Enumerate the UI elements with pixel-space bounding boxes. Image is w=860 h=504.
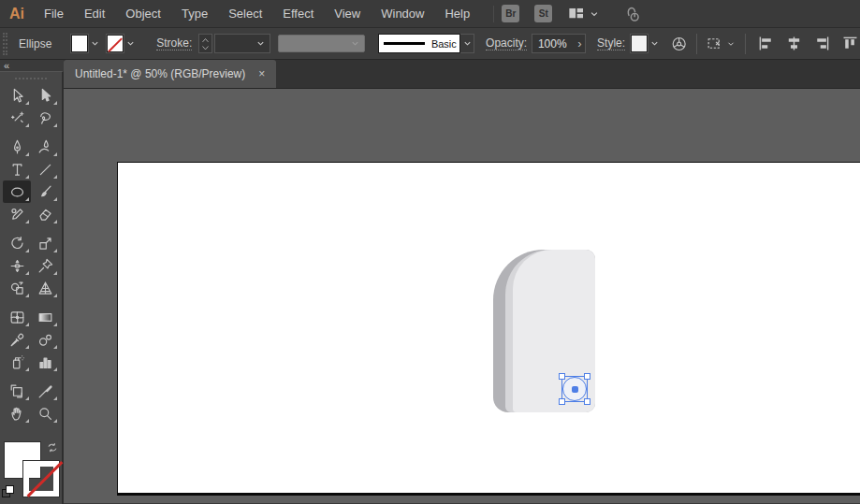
controlbar-grip[interactable] bbox=[3, 33, 7, 55]
scale-icon bbox=[36, 235, 54, 252]
artboard[interactable] bbox=[117, 162, 860, 496]
tab-close-icon[interactable]: × bbox=[258, 68, 265, 79]
valign-top-icon[interactable] bbox=[840, 34, 860, 53]
pasteboard[interactable] bbox=[64, 89, 860, 503]
selection-handle-tl[interactable] bbox=[559, 373, 565, 380]
tool-lasso[interactable] bbox=[31, 107, 59, 129]
controlbar-divider bbox=[745, 34, 746, 54]
align-center-icon[interactable] bbox=[784, 34, 804, 53]
bridge-button[interactable]: Br bbox=[502, 5, 519, 22]
tool-zoom[interactable] bbox=[31, 402, 59, 425]
menu-object[interactable]: Object bbox=[115, 0, 171, 27]
artboard-icon bbox=[8, 382, 26, 400]
magic-wand-icon bbox=[8, 109, 26, 127]
stroke-weight-dropdown[interactable] bbox=[214, 34, 270, 53]
tool-line-segment[interactable] bbox=[31, 158, 59, 180]
tool-curvature[interactable] bbox=[31, 136, 59, 158]
menu-effect[interactable]: Effect bbox=[272, 0, 324, 27]
selection-bounding-box[interactable] bbox=[561, 376, 588, 402]
selection-handle-tr[interactable] bbox=[584, 373, 590, 380]
default-fill-stroke-icon[interactable] bbox=[2, 485, 15, 498]
tool-hand[interactable] bbox=[3, 402, 31, 425]
menu-type[interactable]: Type bbox=[171, 0, 218, 27]
tools-sidebar: « bbox=[0, 60, 64, 503]
menu-select[interactable]: Select bbox=[218, 0, 272, 27]
style-chevron[interactable] bbox=[648, 35, 661, 52]
menu-window[interactable]: Window bbox=[371, 0, 434, 27]
workspace-switcher[interactable] bbox=[567, 5, 601, 22]
tool-selection[interactable] bbox=[3, 84, 31, 107]
brush-definition-preview[interactable]: Basic bbox=[378, 34, 460, 53]
menubar-divider bbox=[493, 6, 494, 22]
stroke-proxy-swatch[interactable] bbox=[23, 461, 59, 497]
tool-magic-wand[interactable] bbox=[3, 107, 31, 129]
tool-ellipse[interactable] bbox=[3, 180, 31, 203]
collapse-panel-button[interactable]: « bbox=[4, 60, 8, 71]
opacity-field[interactable]: 100% › bbox=[532, 34, 587, 53]
menu-help[interactable]: Help bbox=[434, 0, 480, 27]
panel-grip[interactable] bbox=[15, 78, 47, 79]
tool-column-graph[interactable] bbox=[31, 351, 59, 373]
align-left-icon[interactable] bbox=[756, 34, 776, 53]
selection-handle-br[interactable] bbox=[584, 398, 590, 405]
tool-shaper[interactable] bbox=[3, 203, 31, 225]
menu-file[interactable]: File bbox=[34, 0, 74, 27]
graphic-style-swatch[interactable] bbox=[631, 35, 648, 52]
menu-view[interactable]: View bbox=[324, 0, 371, 27]
tool-perspective-grid[interactable] bbox=[31, 277, 59, 299]
tool-mesh[interactable] bbox=[3, 306, 31, 328]
document-tab[interactable]: Untitled-1* @ 50% (RGB/Preview) × bbox=[64, 60, 276, 88]
shaper-icon bbox=[8, 206, 26, 223]
swap-fill-stroke-icon[interactable] bbox=[45, 440, 60, 455]
tool-scale[interactable] bbox=[31, 232, 59, 254]
tool-slice[interactable] bbox=[31, 380, 59, 402]
brush-definition-chevron[interactable] bbox=[460, 34, 475, 53]
menu-items: FileEditObjectTypeSelectEffectViewWindow… bbox=[34, 0, 480, 27]
tool-type[interactable] bbox=[3, 158, 31, 180]
controlbar-divider bbox=[696, 34, 697, 54]
stroke-weight-stepper[interactable] bbox=[198, 34, 212, 53]
stock-button[interactable]: St bbox=[534, 5, 552, 22]
tool-artboard[interactable] bbox=[3, 380, 31, 402]
select-similar-button[interactable] bbox=[706, 35, 736, 52]
document-tab-bar: Untitled-1* @ 50% (RGB/Preview) × bbox=[64, 60, 860, 89]
tool-symbol-sprayer[interactable] bbox=[3, 351, 31, 373]
fill-color-swatch[interactable] bbox=[71, 35, 88, 52]
style-panel-link[interactable]: Style: bbox=[597, 36, 625, 50]
tool-rotate[interactable] bbox=[3, 232, 31, 254]
tool-shape-builder[interactable] bbox=[3, 277, 31, 299]
recolor-artwork-icon[interactable] bbox=[670, 35, 688, 53]
rotate-icon bbox=[8, 235, 26, 252]
opacity-panel-link[interactable]: Opacity: bbox=[486, 36, 527, 50]
tool-eyedropper[interactable] bbox=[3, 328, 31, 351]
tool-width[interactable] bbox=[3, 254, 31, 277]
tool-direct-selection[interactable] bbox=[31, 84, 59, 107]
tool-paintbrush[interactable] bbox=[31, 180, 59, 203]
symbol-sprayer-icon bbox=[8, 353, 26, 371]
touch-workspace-icon[interactable] bbox=[621, 4, 642, 24]
pen-icon bbox=[8, 138, 26, 156]
tool-puppet-warp[interactable] bbox=[31, 254, 59, 277]
tool-gradient[interactable] bbox=[31, 306, 59, 328]
control-bar: Ellipse Stroke: Basic Opacity: 100% › St… bbox=[0, 28, 860, 60]
menu-edit[interactable]: Edit bbox=[74, 0, 115, 27]
stroke-color-swatch[interactable] bbox=[107, 35, 124, 52]
tool-pen[interactable] bbox=[3, 136, 31, 158]
align-buttons bbox=[756, 34, 860, 53]
column-graph-icon bbox=[36, 353, 54, 371]
stroke-chevron[interactable] bbox=[124, 35, 137, 52]
line-segment-icon bbox=[36, 161, 54, 179]
context-label: Ellipse bbox=[19, 37, 58, 50]
brush-definition-name: Basic bbox=[431, 38, 457, 50]
mesh-icon bbox=[8, 309, 26, 326]
fill-chevron[interactable] bbox=[88, 35, 101, 52]
puppet-warp-icon bbox=[36, 257, 54, 275]
align-right-icon[interactable] bbox=[812, 34, 832, 53]
selection-handle-bl[interactable] bbox=[559, 398, 565, 405]
tool-eraser[interactable] bbox=[31, 203, 59, 225]
blend-icon bbox=[36, 331, 54, 349]
tool-blend[interactable] bbox=[31, 328, 59, 351]
stroke-panel-link[interactable]: Stroke: bbox=[156, 36, 192, 50]
opacity-flyout-arrow[interactable]: › bbox=[577, 36, 581, 50]
menu-bar: Ai FileEditObjectTypeSelectEffectViewWin… bbox=[0, 0, 860, 28]
